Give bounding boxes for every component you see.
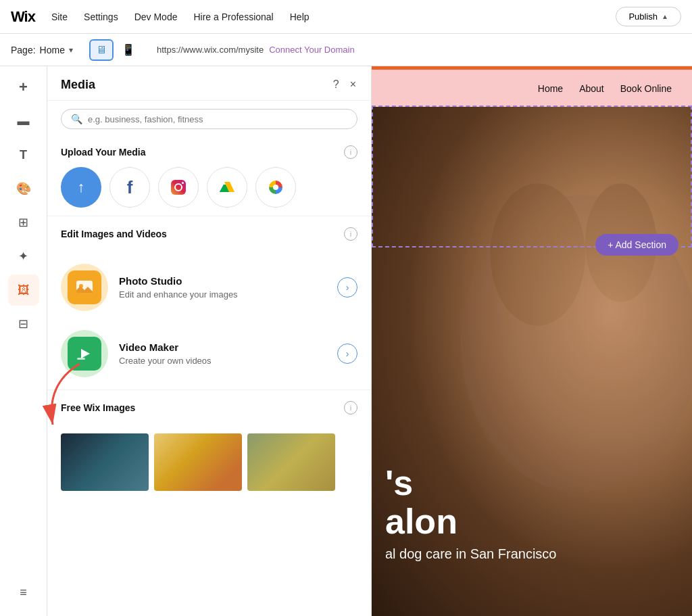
svg-point-11 (491, 183, 585, 326)
free-images-section: Free Wix Images i (47, 393, 371, 428)
panel-header-icons: ? × (332, 77, 357, 92)
photo-studio-chevron-icon[interactable]: › (337, 277, 357, 298)
page-bar: Page: Home ▾ 🖥 📱 https://www.wix.com/mys… (0, 34, 692, 66)
website-nav-home[interactable]: Home (538, 83, 563, 94)
free-image-2[interactable] (154, 433, 242, 491)
free-images-title: Free Wix Images (61, 402, 135, 413)
left-sidebar: + ▬ T 🎨 ⊞ ✦ 🖼 ⊟ ≡ (0, 66, 47, 616)
video-maker-card[interactable]: Video Maker Create your own videos › (47, 321, 371, 387)
search-box: 🔍 (61, 109, 357, 129)
nav-items: Site Settings Dev Mode Hire a Profession… (51, 11, 616, 22)
top-navigation: Wix Site Settings Dev Mode Hire a Profes… (0, 0, 692, 34)
sidebar-item-media[interactable]: 🖼 (8, 275, 39, 306)
sidebar-item-sections[interactable]: ▬ (8, 105, 39, 137)
page-label: Page: (11, 45, 36, 55)
add-element-icon: + (19, 78, 28, 96)
photo-studio-image-icon (75, 278, 94, 297)
mobile-view-button[interactable]: 📱 (116, 39, 141, 61)
svg-point-5 (273, 185, 278, 190)
edit-section-header: Edit Images and Videos i (61, 227, 357, 241)
upload-icons-row: ↑ f (61, 167, 357, 208)
free-images-info-icon[interactable]: i (344, 401, 357, 414)
upload-google-drive-button[interactable] (207, 167, 247, 208)
divider-2 (47, 389, 371, 390)
video-maker-title: Video Maker (119, 341, 326, 353)
connect-domain-link[interactable]: Connect Your Domain (269, 45, 354, 55)
free-image-3[interactable] (247, 433, 335, 491)
hero-text-overlay: 's alon al dog care in San Francisco (385, 464, 556, 562)
upload-instagram-button[interactable] (158, 167, 199, 208)
photo-studio-card[interactable]: Photo Studio Edit and enhance your image… (47, 254, 371, 321)
sidebar-item-apps[interactable]: ⊞ (8, 207, 39, 238)
free-images-grid (47, 428, 371, 496)
website-nav-book-online[interactable]: Book Online (620, 83, 672, 94)
free-image-1[interactable] (61, 433, 149, 491)
panel-help-button[interactable]: ? (332, 77, 341, 92)
facebook-icon: f (127, 177, 133, 198)
wix-logo: Wix (11, 8, 35, 26)
hero-sub-text: al dog care in San Francisco (385, 546, 556, 562)
video-maker-chevron-icon[interactable]: › (337, 343, 357, 364)
photo-studio-title: Photo Studio (119, 275, 326, 287)
instagram-icon (169, 178, 188, 197)
url-bar: https://www.wix.com/mysite Connect Your … (157, 45, 355, 55)
video-maker-icon-circle (61, 330, 108, 377)
publish-chevron-icon: ▲ (662, 13, 668, 20)
desktop-view-button[interactable]: 🖥 (89, 39, 114, 61)
nav-hire-professional[interactable]: Hire a Professional (193, 11, 273, 22)
sidebar-item-plugins[interactable]: ✦ (8, 241, 39, 272)
nav-dev-mode[interactable]: Dev Mode (134, 11, 178, 22)
page-name: Home (40, 45, 65, 55)
search-container: 🔍 (47, 101, 371, 137)
canvas-area: Home About Book Online + Add Section 's (372, 66, 692, 616)
nav-site[interactable]: Site (51, 11, 68, 22)
upload-section-title: Upload Your Media (61, 147, 146, 158)
upload-info-icon[interactable]: i (344, 145, 357, 159)
media-panel: Media ? × 🔍 Upload Your Media i ↑ (47, 66, 372, 616)
upload-section: Upload Your Media i ↑ f (47, 137, 371, 213)
page-selector[interactable]: Page: Home ▾ (11, 45, 73, 55)
upload-google-photos-button[interactable] (255, 167, 296, 208)
top-right-area: Publish ▲ (616, 7, 681, 26)
website-nav: Home About Book Online (372, 70, 692, 107)
panel-close-button[interactable]: × (349, 77, 357, 92)
nav-help[interactable]: Help (290, 11, 310, 22)
upload-facebook-button[interactable]: f (109, 167, 150, 208)
search-input[interactable] (88, 114, 347, 124)
add-section-button[interactable]: + Add Section (595, 234, 678, 256)
plugins-icon: ✦ (18, 249, 28, 264)
upload-arrow-icon: ↑ (78, 179, 85, 196)
video-maker-desc: Create your own videos (119, 356, 326, 366)
upload-section-header: Upload Your Media i (61, 145, 357, 159)
nav-settings[interactable]: Settings (84, 11, 118, 22)
layers-icon: ≡ (20, 586, 27, 600)
divider-1 (47, 216, 371, 216)
photo-studio-inner-icon (68, 270, 101, 304)
edit-section: Edit Images and Videos i (47, 219, 371, 254)
free-images-header: Free Wix Images i (61, 401, 357, 414)
sidebar-item-design[interactable]: 🎨 (8, 173, 39, 204)
sidebar-item-add[interactable]: + (8, 72, 39, 103)
design-icon: 🎨 (16, 181, 31, 196)
panel-header: Media ? × (47, 66, 371, 101)
sidebar-item-layers[interactable]: ≡ (8, 579, 39, 611)
svg-marker-8 (81, 349, 90, 358)
video-maker-play-icon (75, 344, 94, 363)
media-icon: 🖼 (18, 283, 30, 298)
sections-icon: ▬ (18, 114, 30, 128)
svg-rect-1 (171, 180, 186, 195)
edit-info-icon[interactable]: i (344, 227, 357, 241)
website-nav-about[interactable]: About (579, 83, 604, 94)
sidebar-item-text[interactable]: T (8, 139, 39, 170)
svg-point-3 (182, 182, 184, 184)
hero-salon-text: alon (385, 502, 556, 541)
google-photos-icon (267, 179, 285, 196)
sidebar-item-table[interactable]: ⊟ (8, 308, 39, 339)
google-drive-icon (218, 179, 236, 196)
publish-button[interactable]: Publish ▲ (616, 7, 681, 26)
video-maker-inner-icon (68, 337, 101, 371)
site-url: https://www.wix.com/mysite (157, 45, 264, 55)
upload-from-device-button[interactable]: ↑ (61, 167, 101, 208)
photo-studio-desc: Edit and enhance your images (119, 289, 326, 300)
panel-title: Media (61, 78, 95, 92)
